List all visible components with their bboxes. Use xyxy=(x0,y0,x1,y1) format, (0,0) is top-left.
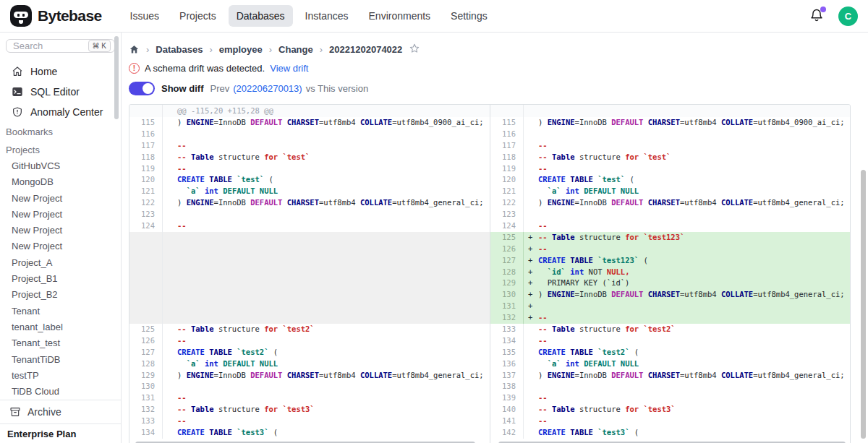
line-code xyxy=(163,312,490,324)
alert-message: A schema drift was detected. xyxy=(145,63,265,74)
sidebar-item-archive[interactable]: Archive xyxy=(0,400,121,423)
schema-drift-alert: ! A schema drift was detected. View drif… xyxy=(129,63,868,74)
diff-pane-current: 115) ENGINE=InnoDB DEFAULT CHARSET=utf8m… xyxy=(490,105,850,443)
diff-line: 115) ENGINE=InnoDB DEFAULT CHARSET=utf8m… xyxy=(490,117,850,129)
sidebar-item-home[interactable]: Home xyxy=(0,61,121,82)
nav-item-instances[interactable]: Instances xyxy=(297,5,357,27)
view-drift-link[interactable]: View drift xyxy=(270,63,308,74)
sidebar-item-sql-editor[interactable]: SQL Editor xyxy=(0,82,121,102)
sidebar-project-project-b1[interactable]: Project_B1 xyxy=(0,271,121,287)
line-number: 130 xyxy=(490,289,524,301)
sidebar-project-tenanttidb[interactable]: TenantTiDB xyxy=(0,352,121,368)
sidebar-project-tenant[interactable]: Tenant xyxy=(0,304,121,319)
line-number xyxy=(129,255,163,267)
alert-icon: ! xyxy=(129,63,140,74)
breadcrumb-item-change[interactable]: Change xyxy=(278,44,313,55)
line-code xyxy=(163,129,490,140)
sidebar-project-project-a[interactable]: Project_A xyxy=(0,255,121,271)
breadcrumb-separator: › xyxy=(146,44,149,55)
sidebar-project-new-project[interactable]: New Project xyxy=(0,191,121,207)
line-code: CREATE TABLE `test` ( xyxy=(524,174,850,186)
line-number xyxy=(129,232,163,244)
line-number: 127 xyxy=(490,255,524,267)
diff-line: 120CREATE TABLE `test` ( xyxy=(490,174,850,186)
line-number: 137 xyxy=(490,370,524,382)
diff-line: 124-- xyxy=(490,220,850,232)
line-code: ) ENGINE=InnoDB DEFAULT CHARSET=utf8mb4 … xyxy=(524,197,850,209)
line-code xyxy=(163,289,490,301)
sidebar-project-new-project[interactable]: New Project xyxy=(0,223,121,238)
line-number: 130 xyxy=(129,381,163,392)
line-code: `a` int DEFAULT NULL xyxy=(524,186,850,197)
diff-line: 137) ENGINE=InnoDB DEFAULT CHARSET=utf8m… xyxy=(490,370,850,382)
line-number: 131 xyxy=(129,392,163,404)
line-code: CREATE TABLE `test3` ( xyxy=(524,427,850,439)
line-number xyxy=(129,244,163,255)
line-number: 126 xyxy=(129,335,163,347)
line-number: 120 xyxy=(490,174,524,186)
sidebar-project-mongodb[interactable]: MongoDB xyxy=(0,174,121,190)
sidebar-project-project-b2[interactable]: Project_B2 xyxy=(0,287,121,303)
line-number: 134 xyxy=(490,335,524,347)
line-code: +) ENGINE=InnoDB DEFAULT CHARSET=utf8mb4… xyxy=(524,289,850,301)
sidebar-project-new-project[interactable]: New Project xyxy=(0,207,121,223)
sidebar-project-githubvcs[interactable]: GitHubVCS xyxy=(0,158,121,174)
breadcrumb-item-databases[interactable]: Databases xyxy=(156,44,203,55)
brand[interactable]: Bytebase xyxy=(10,5,102,27)
line-number: 128 xyxy=(129,358,163,370)
line-number: 119 xyxy=(490,163,524,175)
diff-viewer: @@ -115,20 +115,28 @@ 115) ENGINE=InnoDB… xyxy=(129,104,851,443)
line-number: 125 xyxy=(490,232,524,244)
sidebar-project-tenant-label[interactable]: tenant_label xyxy=(0,319,121,335)
diff-line: 133-- Table structure for `test2` xyxy=(490,324,850,335)
prev-version-link[interactable]: (202206270013) xyxy=(233,83,302,94)
project-list: GitHubVCSMongoDBNew ProjectNew ProjectNe… xyxy=(0,158,121,400)
diff-line: 128 `a` int DEFAULT NULL xyxy=(129,358,490,370)
page-scrollbar[interactable] xyxy=(861,170,866,439)
breadcrumb-item-employee[interactable]: employee xyxy=(219,44,263,55)
line-code: ) ENGINE=InnoDB DEFAULT CHARSET=utf8mb4 … xyxy=(524,117,850,129)
nav-item-databases[interactable]: Databases xyxy=(229,5,293,27)
show-diff-toggle[interactable] xyxy=(129,82,155,95)
line-code: +CREATE TABLE `test123` ( xyxy=(524,255,850,267)
home-icon[interactable] xyxy=(129,44,140,55)
line-code xyxy=(524,209,850,220)
avatar[interactable]: C xyxy=(838,7,858,26)
hunk-range: @@ -115,20 +115,28 @@ xyxy=(163,105,490,117)
sidebar-item-anomaly-center[interactable]: Anomaly Center xyxy=(0,102,121,122)
sidebar-scrollbar[interactable] xyxy=(114,36,119,119)
line-number: 123 xyxy=(490,209,524,220)
diff-line: 139-- xyxy=(490,392,850,404)
nav-item-projects[interactable]: Projects xyxy=(171,5,224,27)
line-code: -- Table structure for `test3` xyxy=(524,404,850,416)
line-code xyxy=(524,381,850,392)
line-code: `a` int DEFAULT NULL xyxy=(163,186,490,197)
line-number xyxy=(129,312,163,324)
diff-line: 136 `a` int DEFAULT NULL xyxy=(490,358,850,370)
line-code: -- Table structure for `test` xyxy=(524,152,850,163)
search-shortcut-badge: ⌘ K xyxy=(88,40,111,52)
line-code: -- xyxy=(163,220,490,232)
line-code: -- xyxy=(524,416,850,427)
nav-item-environments[interactable]: Environments xyxy=(361,5,439,27)
search-input[interactable]: Search ⌘ K xyxy=(6,39,115,53)
line-code xyxy=(163,232,490,244)
sidebar-project-tidb-cloud[interactable]: TiDB Cloud xyxy=(0,384,121,400)
diff-line: 125-- Table structure for `test2` xyxy=(129,324,490,335)
star-icon[interactable] xyxy=(409,43,420,56)
line-code: -- xyxy=(524,392,850,404)
line-number: 115 xyxy=(490,117,524,129)
line-number: 135 xyxy=(490,347,524,358)
sidebar-project-tenant-test[interactable]: Tenant_test xyxy=(0,335,121,351)
breadcrumb-item-20221202074022[interactable]: 20221202074022 xyxy=(329,44,402,55)
diff-line-added: 127+CREATE TABLE `test123` ( xyxy=(490,255,850,267)
notification-bell-button[interactable] xyxy=(809,8,825,24)
line-code xyxy=(163,244,490,255)
sidebar-project-testtp[interactable]: testTP xyxy=(0,368,121,384)
line-number: 124 xyxy=(129,220,163,232)
sidebar-project-new-project[interactable]: New Project xyxy=(0,238,121,254)
nav-item-issues[interactable]: Issues xyxy=(122,5,167,27)
line-number: 139 xyxy=(490,392,524,404)
line-number xyxy=(129,301,163,312)
nav-item-settings[interactable]: Settings xyxy=(443,5,495,27)
